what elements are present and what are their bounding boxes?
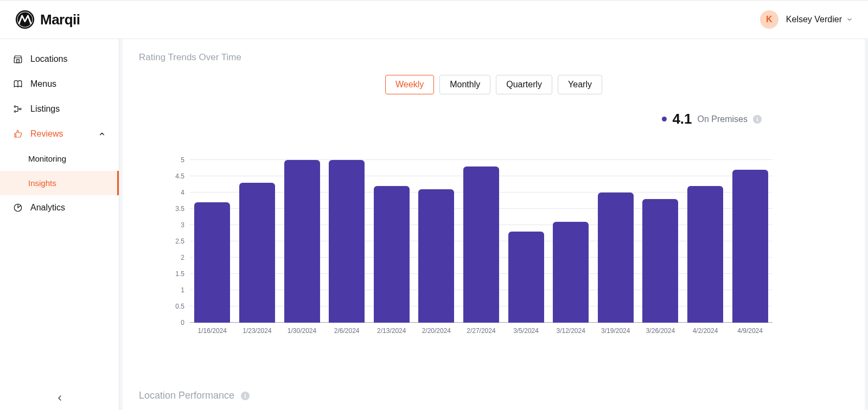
x-axis-label: 4/2/2024 [693, 327, 718, 335]
y-axis-tick: 4.5 [175, 172, 184, 180]
bar-slot: 2/27/2024 [459, 160, 504, 323]
chevron-down-icon [846, 16, 853, 23]
y-axis-tick: 0 [181, 319, 184, 326]
y-axis-tick: 0.5 [175, 303, 184, 310]
sidebar-item-analytics[interactable]: Analytics [0, 195, 119, 220]
svg-point-8 [20, 108, 21, 110]
brand-name: Marqii [40, 11, 80, 28]
tab-quarterly[interactable]: Quarterly [496, 75, 552, 94]
x-axis-label: 3/5/2024 [513, 327, 539, 335]
sidebar-item-locations[interactable]: Locations [0, 47, 119, 72]
chart-bar[interactable] [553, 222, 589, 323]
section-title: Rating Trends Over Time [139, 52, 848, 63]
sidebar-item-label: Menus [30, 79, 56, 89]
x-axis-label: 1/16/2024 [198, 327, 227, 335]
x-axis-label: 2/27/2024 [467, 327, 495, 335]
chart-bar[interactable] [239, 183, 275, 323]
bar-slot: 2/13/2024 [369, 160, 414, 323]
chart-bar[interactable] [508, 232, 544, 323]
sidebar-item-label: Insights [28, 178, 56, 188]
y-axis-tick: 3 [181, 221, 184, 229]
user-name-label: Kelsey Verdier [786, 15, 842, 24]
y-axis-tick: 4 [181, 189, 184, 196]
store-icon [13, 54, 23, 64]
thumbs-up-icon [13, 129, 23, 139]
svg-point-6 [14, 106, 16, 107]
sidebar-item-label: Locations [30, 54, 68, 64]
collapse-sidebar-button[interactable] [53, 392, 66, 405]
chart-bar[interactable] [642, 199, 678, 323]
user-menu[interactable]: K Kelsey Verdier [760, 10, 853, 29]
bar-slot: 4/2/2024 [683, 160, 728, 323]
bar-slot: 2/20/2024 [414, 160, 459, 323]
y-axis-tick: 2 [181, 254, 184, 261]
bar-slot: 2/6/2024 [324, 160, 369, 323]
main-content: Rating Trends Over Time Weekly Monthly Q… [119, 39, 868, 410]
legend-value: 4.1 [672, 111, 692, 127]
y-axis-tick: 3.5 [175, 205, 184, 213]
x-axis-label: 2/20/2024 [422, 327, 451, 335]
svg-rect-4 [17, 60, 20, 63]
rating-trends-chart: 00.511.522.533.544.55 1/16/20241/23/2024… [171, 160, 773, 339]
y-axis-tick: 2.5 [175, 238, 184, 245]
sidebar-item-label: Monitoring [28, 154, 66, 163]
sidebar-item-label: Analytics [30, 203, 65, 213]
chevron-left-icon [55, 394, 64, 402]
y-axis-tick: 5 [181, 156, 184, 164]
legend-color-dot [662, 117, 667, 121]
x-axis-label: 4/9/2024 [737, 327, 763, 335]
bar-slot: 3/5/2024 [503, 160, 548, 323]
sidebar-item-monitoring[interactable]: Monitoring [0, 146, 119, 171]
tab-yearly[interactable]: Yearly [558, 75, 602, 94]
bar-slot: 1/30/2024 [279, 160, 324, 323]
tab-monthly[interactable]: Monthly [439, 75, 490, 94]
book-icon [13, 79, 23, 89]
x-axis-label: 2/13/2024 [377, 327, 406, 335]
period-tabs: Weekly Monthly Quarterly Yearly [139, 75, 848, 94]
chart-bar[interactable] [687, 186, 723, 323]
sidebar-item-reviews[interactable]: Reviews [0, 121, 119, 146]
tab-weekly[interactable]: Weekly [385, 75, 434, 94]
chevron-up-icon [98, 130, 106, 138]
chart-bar[interactable] [194, 202, 230, 323]
info-icon[interactable]: i [753, 115, 762, 124]
app-header: Marqii K Kelsey Verdier [0, 0, 868, 39]
bar-slot: 3/12/2024 [548, 160, 593, 323]
pie-chart-icon [13, 203, 23, 213]
sidebar-item-listings[interactable]: Listings [0, 97, 119, 121]
avatar: K [760, 10, 778, 29]
nodes-icon [13, 104, 23, 114]
y-axis-tick: 1 [181, 286, 184, 294]
y-axis-tick: 1.5 [175, 270, 184, 278]
sidebar: Locations Menus Listings Reviews [0, 39, 119, 410]
bar-slot: 4/9/2024 [727, 160, 773, 323]
chart-bar[interactable] [418, 189, 454, 323]
x-axis-label: 3/26/2024 [646, 327, 675, 335]
brand-mark-icon [15, 10, 35, 29]
sidebar-item-label: Reviews [30, 129, 63, 139]
sidebar-item-insights[interactable]: Insights [0, 171, 119, 195]
info-icon[interactable]: i [241, 392, 250, 400]
x-axis-label: 1/23/2024 [242, 327, 271, 335]
chart-bar[interactable] [329, 160, 365, 323]
svg-rect-3 [14, 58, 22, 63]
svg-point-7 [14, 111, 16, 112]
brand-logo[interactable]: Marqii [15, 10, 80, 29]
bar-slot: 1/23/2024 [235, 160, 280, 323]
chart-bar[interactable] [374, 186, 410, 323]
bar-slot: 1/16/2024 [190, 160, 235, 323]
location-performance-heading: Location Performance i [139, 390, 250, 401]
x-axis-label: 3/12/2024 [556, 327, 585, 335]
x-axis-label: 3/19/2024 [601, 327, 630, 335]
x-axis-label: 1/30/2024 [288, 327, 316, 335]
chart-bar[interactable] [732, 170, 768, 323]
bar-slot: 3/19/2024 [593, 160, 638, 323]
chart-bar[interactable] [284, 160, 320, 323]
chart-legend: 4.1 On Premises i [139, 111, 848, 127]
sidebar-item-menus[interactable]: Menus [0, 72, 119, 97]
sidebar-item-label: Listings [30, 104, 60, 114]
chart-bar[interactable] [463, 166, 499, 323]
bar-slot: 3/26/2024 [638, 160, 683, 323]
chart-bar[interactable] [598, 193, 634, 323]
x-axis-label: 2/6/2024 [334, 327, 360, 335]
